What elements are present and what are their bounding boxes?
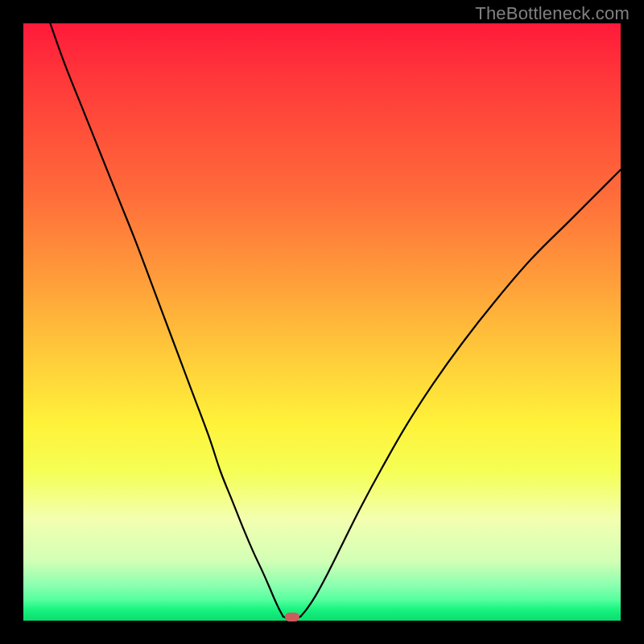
watermark-text: TheBottleneck.com [475, 3, 630, 24]
optimal-point-marker [285, 613, 299, 621]
chart-frame: TheBottleneck.com [0, 0, 644, 644]
chart-plot-area [23, 23, 621, 621]
